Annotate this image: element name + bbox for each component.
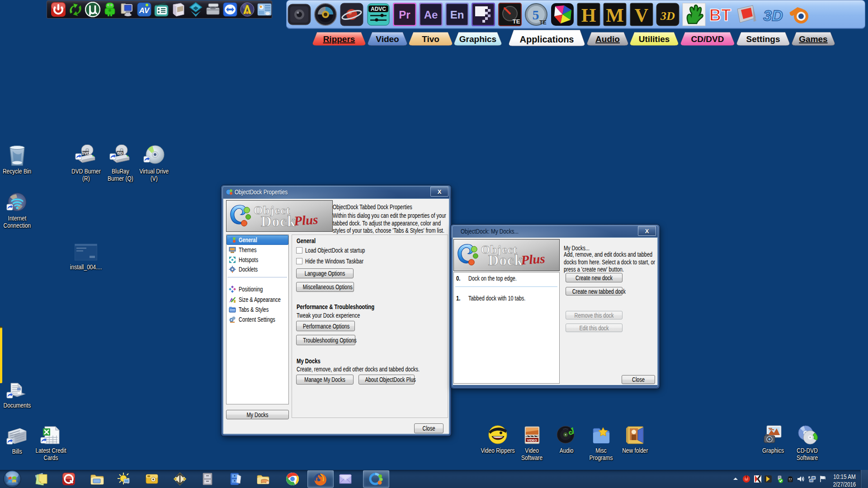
svg-text:Pr: Pr (399, 9, 410, 21)
svg-text:VIDEO: VIDEO (527, 439, 537, 442)
svg-text:Games: Games (799, 34, 827, 44)
svg-text:TE: TE (539, 19, 546, 26)
svg-text:Rippers: Rippers (323, 34, 355, 44)
svg-text:DVD: DVD (82, 151, 90, 155)
svg-text:Dock: Dock (261, 229, 296, 231)
svg-text:H: H (581, 5, 596, 26)
svg-text:BT: BT (709, 6, 731, 24)
svg-text:Plus: Plus (293, 212, 318, 228)
svg-text:Graphics: Graphics (459, 34, 496, 44)
svg-text:Tivo: Tivo (422, 34, 439, 44)
svg-text:BD: BD (117, 151, 123, 155)
svg-text:Dock: Dock (488, 252, 523, 268)
svg-text:Ae: Ae (424, 9, 438, 21)
svg-text:5: 5 (533, 7, 539, 22)
svg-text:Utilities: Utilities (639, 34, 670, 44)
svg-text:En: En (450, 9, 464, 21)
svg-text:V: V (635, 5, 648, 26)
svg-text:Dock: Dock (488, 268, 523, 271)
svg-text:3D: 3D (763, 7, 783, 24)
svg-text:Settings: Settings (746, 34, 780, 44)
svg-text:Audio: Audio (595, 34, 620, 44)
svg-text:Plus: Plus (520, 251, 546, 267)
svg-text:Dock: Dock (261, 213, 296, 230)
svg-text:Applications: Applications (519, 34, 574, 44)
svg-text:ADVC: ADVC (371, 6, 386, 12)
svg-text:AV: AV (139, 6, 150, 15)
svg-text:CD/DVD: CD/DVD (691, 34, 724, 44)
svg-text:M: M (606, 5, 624, 26)
svg-text:TE: TE (513, 18, 520, 25)
svg-text:3D: 3D (660, 9, 675, 23)
svg-text:Video: Video (376, 34, 399, 44)
